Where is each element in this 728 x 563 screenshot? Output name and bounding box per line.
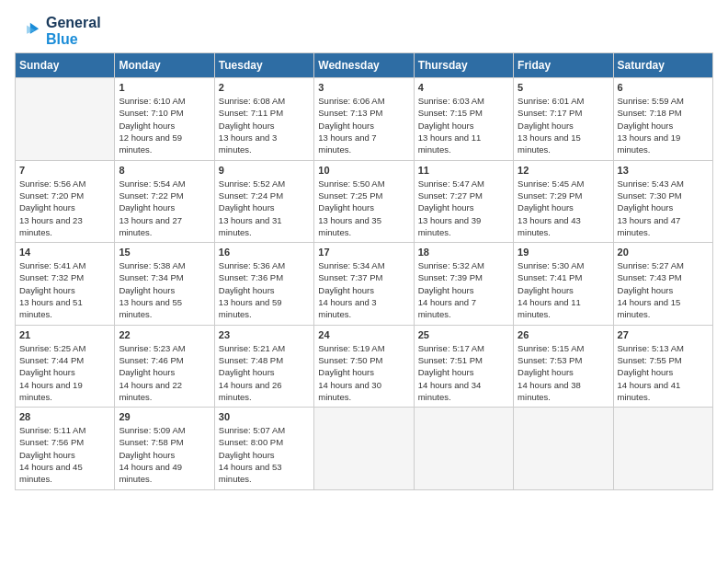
day-info: Sunrise: 5:13 AMSunset: 7:55 PMDaylight …	[618, 342, 709, 403]
weekday-header-friday: Friday	[514, 53, 613, 78]
calendar-week-4: 21Sunrise: 5:25 AMSunset: 7:44 PMDayligh…	[16, 325, 713, 407]
day-info: Sunrise: 5:52 AMSunset: 7:24 PMDaylight …	[219, 178, 310, 238]
day-number: 29	[119, 411, 210, 422]
calendar-cell: 15Sunrise: 5:38 AMSunset: 7:34 PMDayligh…	[115, 243, 214, 325]
day-number: 28	[19, 411, 110, 422]
day-info: Sunrise: 5:30 AMSunset: 7:41 PMDaylight …	[518, 259, 609, 320]
day-number: 26	[518, 329, 609, 340]
weekday-header-saturday: Saturday	[613, 53, 712, 78]
calendar-cell: 11Sunrise: 5:47 AMSunset: 7:27 PMDayligh…	[414, 160, 513, 242]
calendar-cell: 26Sunrise: 5:15 AMSunset: 7:53 PMDayligh…	[514, 325, 613, 407]
weekday-header-wednesday: Wednesday	[314, 53, 414, 78]
calendar-cell: 13Sunrise: 5:43 AMSunset: 7:30 PMDayligh…	[613, 160, 712, 242]
day-number: 16	[219, 247, 310, 258]
logo-general: General	[46, 15, 101, 31]
calendar-cell: 12Sunrise: 5:45 AMSunset: 7:29 PMDayligh…	[514, 160, 613, 242]
day-number: 21	[19, 329, 110, 340]
weekday-header-sunday: Sunday	[16, 53, 115, 78]
day-number: 15	[119, 247, 210, 258]
day-info: Sunrise: 5:36 AMSunset: 7:36 PMDaylight …	[219, 259, 310, 320]
logo: General Blue	[15, 15, 101, 47]
calendar-cell: 5Sunrise: 6:01 AMSunset: 7:17 PMDaylight…	[514, 78, 613, 160]
day-number: 19	[518, 247, 609, 258]
day-number: 27	[618, 329, 709, 340]
day-info: Sunrise: 6:08 AMSunset: 7:11 PMDaylight …	[219, 95, 310, 155]
day-info: Sunrise: 5:07 AMSunset: 8:00 PMDaylight …	[219, 424, 310, 485]
page-header: General Blue	[15, 15, 713, 47]
day-info: Sunrise: 5:32 AMSunset: 7:39 PMDaylight …	[418, 259, 509, 320]
day-info: Sunrise: 5:47 AMSunset: 7:27 PMDaylight …	[418, 178, 509, 238]
day-info: Sunrise: 6:01 AMSunset: 7:17 PMDaylight …	[518, 95, 609, 155]
calendar-cell: 2Sunrise: 6:08 AMSunset: 7:11 PMDaylight…	[214, 78, 313, 160]
calendar-cell: 9Sunrise: 5:52 AMSunset: 7:24 PMDaylight…	[214, 160, 313, 242]
day-number: 6	[618, 82, 709, 93]
calendar-cell	[414, 408, 513, 489]
day-number: 4	[418, 82, 509, 93]
day-number: 8	[119, 165, 210, 176]
calendar-cell: 8Sunrise: 5:54 AMSunset: 7:22 PMDaylight…	[115, 160, 214, 242]
day-info: Sunrise: 5:38 AMSunset: 7:34 PMDaylight …	[119, 259, 210, 320]
calendar-cell	[314, 408, 414, 489]
day-info: Sunrise: 5:09 AMSunset: 7:58 PMDaylight …	[119, 424, 210, 485]
calendar-table: SundayMondayTuesdayWednesdayThursdayFrid…	[15, 52, 713, 489]
calendar-cell: 29Sunrise: 5:09 AMSunset: 7:58 PMDayligh…	[115, 408, 214, 489]
calendar-cell	[16, 78, 115, 160]
day-info: Sunrise: 5:27 AMSunset: 7:43 PMDaylight …	[618, 259, 709, 320]
calendar-cell: 16Sunrise: 5:36 AMSunset: 7:36 PMDayligh…	[214, 243, 313, 325]
calendar-cell: 27Sunrise: 5:13 AMSunset: 7:55 PMDayligh…	[613, 325, 712, 407]
day-number: 14	[19, 247, 110, 258]
day-info: Sunrise: 5:43 AMSunset: 7:30 PMDaylight …	[618, 178, 709, 238]
day-info: Sunrise: 5:19 AMSunset: 7:50 PMDaylight …	[318, 342, 409, 403]
day-number: 23	[219, 329, 310, 340]
day-number: 22	[119, 329, 210, 340]
calendar-cell: 21Sunrise: 5:25 AMSunset: 7:44 PMDayligh…	[16, 325, 115, 407]
day-number: 3	[318, 82, 409, 93]
calendar-week-1: 1Sunrise: 6:10 AMSunset: 7:10 PMDaylight…	[16, 78, 713, 160]
calendar-cell: 22Sunrise: 5:23 AMSunset: 7:46 PMDayligh…	[115, 325, 214, 407]
calendar-cell: 4Sunrise: 6:03 AMSunset: 7:15 PMDaylight…	[414, 78, 513, 160]
day-info: Sunrise: 5:25 AMSunset: 7:44 PMDaylight …	[19, 342, 110, 403]
day-number: 17	[318, 247, 409, 258]
day-info: Sunrise: 6:10 AMSunset: 7:10 PMDaylight …	[119, 95, 210, 155]
weekday-header-row: SundayMondayTuesdayWednesdayThursdayFrid…	[16, 53, 713, 78]
day-number: 18	[418, 247, 509, 258]
day-info: Sunrise: 5:59 AMSunset: 7:18 PMDaylight …	[618, 95, 709, 155]
calendar-cell	[613, 408, 712, 489]
calendar-cell: 10Sunrise: 5:50 AMSunset: 7:25 PMDayligh…	[314, 160, 414, 242]
day-info: Sunrise: 5:50 AMSunset: 7:25 PMDaylight …	[318, 178, 409, 238]
calendar-cell	[514, 408, 613, 489]
day-info: Sunrise: 5:17 AMSunset: 7:51 PMDaylight …	[418, 342, 509, 403]
day-number: 11	[418, 165, 509, 176]
day-info: Sunrise: 5:54 AMSunset: 7:22 PMDaylight …	[119, 178, 210, 238]
calendar-week-3: 14Sunrise: 5:41 AMSunset: 7:32 PMDayligh…	[16, 243, 713, 325]
day-number: 1	[119, 82, 210, 93]
calendar-cell: 24Sunrise: 5:19 AMSunset: 7:50 PMDayligh…	[314, 325, 414, 407]
day-info: Sunrise: 5:23 AMSunset: 7:46 PMDaylight …	[119, 342, 210, 403]
day-number: 7	[19, 165, 110, 176]
calendar-cell: 19Sunrise: 5:30 AMSunset: 7:41 PMDayligh…	[514, 243, 613, 325]
calendar-cell: 23Sunrise: 5:21 AMSunset: 7:48 PMDayligh…	[214, 325, 313, 407]
day-info: Sunrise: 5:11 AMSunset: 7:56 PMDaylight …	[19, 424, 110, 485]
weekday-header-monday: Monday	[115, 53, 214, 78]
day-info: Sunrise: 6:06 AMSunset: 7:13 PMDaylight …	[318, 95, 409, 155]
day-number: 5	[518, 82, 609, 93]
day-number: 13	[618, 165, 709, 176]
calendar-cell: 30Sunrise: 5:07 AMSunset: 8:00 PMDayligh…	[214, 408, 313, 489]
logo-blue: Blue	[46, 31, 101, 48]
day-number: 2	[219, 82, 310, 93]
day-info: Sunrise: 5:45 AMSunset: 7:29 PMDaylight …	[518, 178, 609, 238]
day-info: Sunrise: 5:21 AMSunset: 7:48 PMDaylight …	[219, 342, 310, 403]
day-number: 30	[219, 411, 310, 422]
logo-wrapper: General Blue	[15, 15, 101, 47]
calendar-cell: 6Sunrise: 5:59 AMSunset: 7:18 PMDaylight…	[613, 78, 712, 160]
calendar-cell: 28Sunrise: 5:11 AMSunset: 7:56 PMDayligh…	[16, 408, 115, 489]
day-info: Sunrise: 6:03 AMSunset: 7:15 PMDaylight …	[418, 95, 509, 155]
weekday-header-tuesday: Tuesday	[214, 53, 313, 78]
calendar-week-5: 28Sunrise: 5:11 AMSunset: 7:56 PMDayligh…	[16, 408, 713, 489]
day-number: 10	[318, 165, 409, 176]
day-number: 12	[518, 165, 609, 176]
logo-bird-icon	[15, 18, 40, 44]
day-info: Sunrise: 5:41 AMSunset: 7:32 PMDaylight …	[19, 259, 110, 320]
calendar-cell: 14Sunrise: 5:41 AMSunset: 7:32 PMDayligh…	[16, 243, 115, 325]
calendar-cell: 7Sunrise: 5:56 AMSunset: 7:20 PMDaylight…	[16, 160, 115, 242]
